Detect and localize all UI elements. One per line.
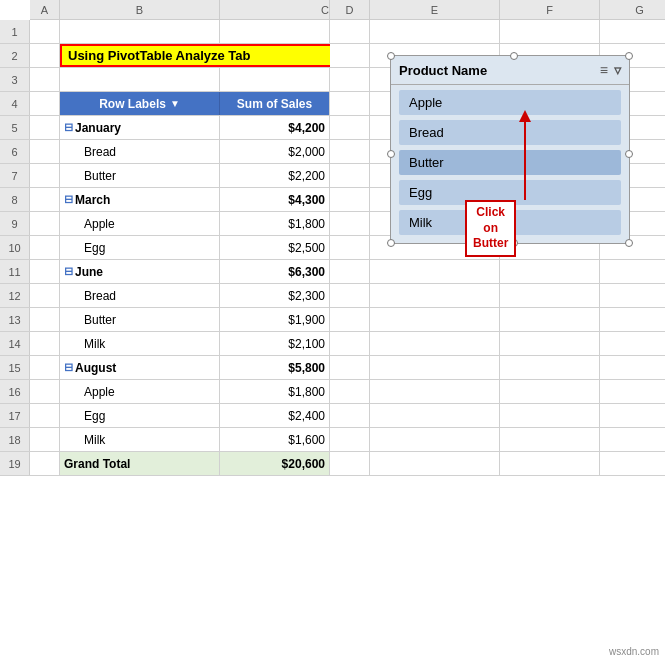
title-cell: Using PivotTable Analyze Tab: [60, 44, 330, 67]
filter-panel-icons: ≡ ▿: [600, 62, 621, 78]
egg-aug-row: 17 Egg $2,400: [0, 404, 665, 428]
resize-handle-tl[interactable]: [387, 52, 395, 60]
collapse-icon[interactable]: ⊟: [64, 265, 73, 278]
col-header-b: B: [60, 0, 220, 19]
column-headers: A B C D E F G: [30, 0, 665, 20]
apple-aug-row: 16 Apple $1,800: [0, 380, 665, 404]
filter-item-butter[interactable]: Butter: [399, 150, 621, 175]
resize-handle-bm[interactable]: [510, 239, 518, 247]
milk-aug-row: 18 Milk $1,600: [0, 428, 665, 452]
col-header-c: C: [220, 0, 330, 19]
filter-item-egg[interactable]: Egg: [399, 180, 621, 205]
spreadsheet: A B C D E F G 1 2 Using PivotTable Analy…: [0, 0, 665, 661]
col-header-e: E: [370, 0, 500, 19]
col-header-f: F: [500, 0, 600, 19]
filter-item-bread[interactable]: Bread: [399, 120, 621, 145]
watermark: wsxdn.com: [609, 646, 659, 657]
col-header-d: D: [330, 0, 370, 19]
resize-handle-bl[interactable]: [387, 239, 395, 247]
row-labels-header[interactable]: Row Labels ▼: [60, 92, 220, 115]
bread-jun-row: 12 Bread $2,300: [0, 284, 665, 308]
resize-handle-br[interactable]: [625, 239, 633, 247]
filter-icon[interactable]: ▿: [614, 62, 621, 78]
col-header-g: G: [600, 0, 665, 19]
january-total: $4,200: [220, 116, 330, 139]
resize-handle-mr[interactable]: [625, 150, 633, 158]
grand-total-row: 19 Grand Total $20,600: [0, 452, 665, 476]
milk-jun-row: 14 Milk $2,100: [0, 332, 665, 356]
dropdown-arrow-icon[interactable]: ▼: [170, 98, 180, 109]
collapse-icon[interactable]: ⊟: [64, 193, 73, 206]
august-group-row: 15 ⊟ August $5,800: [0, 356, 665, 380]
filter-panel-header: Product Name ≡ ▿: [391, 56, 629, 85]
filter-panel-title: Product Name: [399, 63, 487, 78]
resize-handle-ml[interactable]: [387, 150, 395, 158]
filter-panel: Product Name ≡ ▿ Apple Bread Butter Egg …: [390, 55, 630, 244]
collapse-icon[interactable]: ⊟: [64, 361, 73, 374]
col-header-a: A: [30, 0, 60, 19]
resize-handle-tr[interactable]: [625, 52, 633, 60]
collapse-icon[interactable]: ⊟: [64, 121, 73, 134]
multi-select-icon[interactable]: ≡: [600, 62, 608, 78]
resize-handle-tm[interactable]: [510, 52, 518, 60]
june-group-row: 11 ⊟ June $6,300: [0, 260, 665, 284]
sum-of-sales-header: Sum of Sales: [220, 92, 330, 115]
filter-item-milk[interactable]: Milk: [399, 210, 621, 235]
butter-jun-row: 13 Butter $1,900: [0, 308, 665, 332]
filter-item-apple[interactable]: Apple: [399, 90, 621, 115]
table-row: 1: [0, 20, 665, 44]
